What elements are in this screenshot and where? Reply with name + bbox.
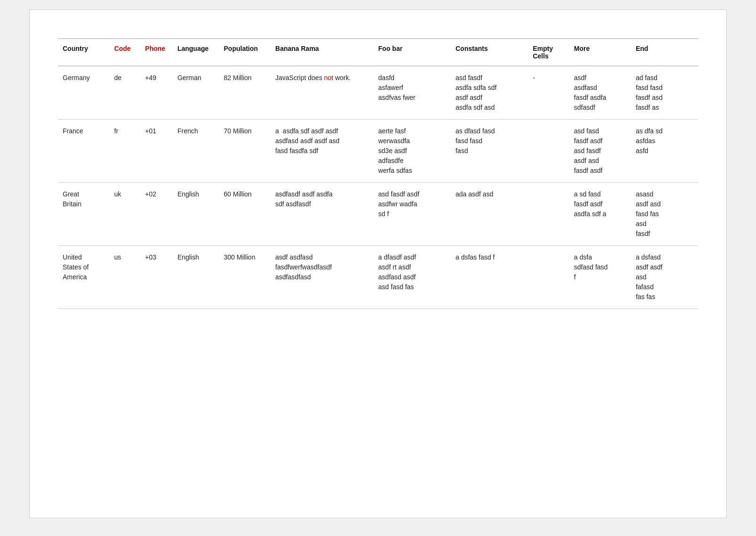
header-foobar: Foo bar: [374, 39, 451, 66]
cell-end: asasdasdf asdfasd fasasdfasdf: [631, 183, 698, 246]
cell-language: English: [173, 246, 219, 309]
cell-constants: a dsfas fasd f: [451, 246, 528, 309]
cell-empty: [528, 183, 569, 246]
cell-more: a dsfasdfasd fasdf: [569, 246, 631, 309]
cell-more: asd fasdfasdf asdfasd fasdfasdf asdfasdf…: [569, 120, 631, 183]
cell-language: English: [173, 183, 219, 246]
cell-more: asdfasdfasdfasdf asdfasdfasdf: [569, 66, 631, 120]
cell-code: uk: [109, 183, 140, 246]
cell-country: Germany: [58, 66, 109, 120]
table-row: GreatBritain uk +02 English 60 Million a…: [58, 183, 698, 246]
cell-end: ad fasdfasd fasdfasdf asdfasdf as: [631, 66, 698, 120]
cell-more: a sd fasdfasdf asdfasdfa sdf a: [569, 183, 631, 246]
cell-foobar: aerte fasfwerwasdfasd3e asdfadfasdfewerf…: [374, 120, 451, 183]
cell-code: us: [109, 246, 140, 309]
highlight-not: not: [324, 74, 333, 81]
cell-empty: [528, 120, 569, 183]
cell-foobar: asd fasdf asdfasdfwr wadfasd f: [374, 183, 451, 246]
header-constants: Constants: [451, 39, 528, 66]
header-population: Population: [219, 39, 271, 66]
cell-foobar: a dfasdf asdfasdf rt asdfasdfasd asdfasd…: [374, 246, 451, 309]
cell-bananarama: JavaScript does not work.: [271, 66, 374, 120]
header-language: Language: [173, 39, 219, 66]
header-bananarama: Banana Rama: [271, 39, 374, 66]
table-row: Germany de +49 German 82 Million JavaScr…: [58, 66, 698, 120]
cell-bananarama: asdfasdf asdf asdfasdf asdfasdf: [271, 183, 374, 246]
cell-bananarama: asdf asdfasdfasdfwerfwasdfasdfasdfasdfas…: [271, 246, 374, 309]
header-phone: Phone: [140, 39, 173, 66]
cell-language: French: [173, 120, 219, 183]
cell-end: as dfa sdasfdasasfd: [631, 120, 698, 183]
header-end: End: [631, 39, 698, 66]
header-code: Code: [109, 39, 140, 66]
cell-phone: +03: [140, 246, 173, 309]
cell-population: 70 Million: [219, 120, 271, 183]
cell-country: GreatBritain: [58, 183, 109, 246]
cell-population: 82 Million: [219, 66, 271, 120]
cell-foobar: dasfdasfawerfasdfvas fwer: [374, 66, 451, 120]
cell-country: UnitedStates ofAmerica: [58, 246, 109, 309]
cell-constants: asd fasdfasdfa sdfa sdfasdf asdfasdfa sd…: [451, 66, 528, 120]
cell-empty: -: [528, 66, 569, 120]
cell-code: de: [109, 66, 140, 120]
cell-language: German: [173, 66, 219, 120]
header-empty-cells: EmptyCells: [528, 39, 569, 66]
cell-code: fr: [109, 120, 140, 183]
cell-phone: +01: [140, 120, 173, 183]
data-table: Country Code Phone Language Population B…: [58, 38, 698, 309]
cell-phone: +49: [140, 66, 173, 120]
cell-end: a dsfasdasdf asdfasdfafasdfas fas: [631, 246, 698, 309]
cell-population: 300 Million: [219, 246, 271, 309]
header-country: Country: [58, 39, 109, 66]
cell-constants: as dfasd fasdfasd fasdfasd: [451, 120, 528, 183]
table-header-row: Country Code Phone Language Population B…: [58, 39, 698, 66]
cell-constants: ada asdf asd: [451, 183, 528, 246]
table-row: UnitedStates ofAmerica us +03 English 30…: [58, 246, 698, 309]
table-row: France fr +01 French 70 Million a asdfa …: [58, 120, 698, 183]
cell-phone: +02: [140, 183, 173, 246]
header-more: More: [569, 39, 631, 66]
cell-empty: [528, 246, 569, 309]
cell-population: 60 Million: [219, 183, 271, 246]
page-container: Country Code Phone Language Population B…: [29, 9, 727, 518]
cell-bananarama: a asdfa sdf asdf asdfasdfasd asdf asdf a…: [271, 120, 374, 183]
cell-country: France: [58, 120, 109, 183]
